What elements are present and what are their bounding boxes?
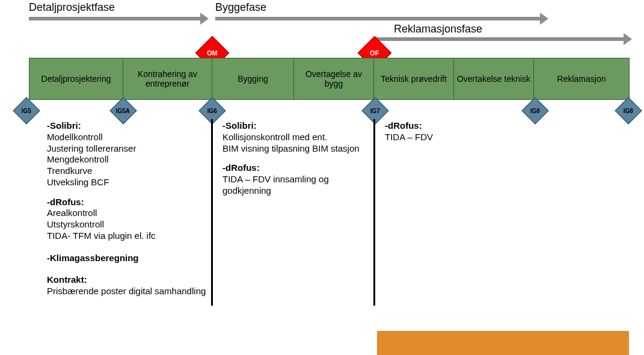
diagram-canvas: Detaljprosjektfase Byggefase Reklamasjon… [0, 0, 644, 355]
col1-h1: -Solibri: [47, 120, 206, 132]
col1-h4: Kontrakt: [47, 274, 206, 286]
arrow-reklamasjonsfase [374, 37, 624, 41]
col1-h3: -Klimagassberegning [47, 253, 206, 264]
label-detaljprosjektfase: Detaljprosjektfase [29, 1, 115, 14]
gate-ig5: IG5 [13, 97, 40, 124]
phase-kontrahering: Kontrahering av entreprenør [123, 58, 212, 99]
phase-overtagelse-bygg: Overtagelse av bygg [294, 58, 374, 99]
divider-2 [373, 119, 375, 306]
col2-text: -Solibri: Kollisjonskontroll med ent. BI… [222, 120, 364, 197]
col2-h2: -dRofus: [222, 162, 364, 174]
phase-bar: Detaljprosjektering Kontrahering av entr… [29, 58, 630, 100]
phase-teknisk-provedrift: Teknisk prøvedrift [374, 58, 454, 99]
label-reklamasjonsfase: Reklamasjonsfase [394, 23, 482, 36]
label-byggefase: Byggefase [215, 1, 266, 14]
col1-h2: -dRofus: [47, 197, 206, 208]
phase-reklamasjon: Reklamasjon [534, 58, 629, 99]
col2-h1: -Solibri: [222, 120, 364, 132]
gate-ig8a: IG8 [521, 97, 548, 124]
orange-bar [377, 331, 629, 355]
phase-bygging: Bygging [212, 58, 294, 99]
divider-1 [211, 119, 213, 306]
arrow-detaljprosjektfase [29, 17, 200, 20]
phase-overtakelse-teknisk: Overtakelse teknisk [454, 58, 534, 99]
col3-h1: -dRofus: [385, 120, 505, 132]
col3-text: -dRofus: TIDA – FDV [385, 120, 505, 143]
arrow-byggefase [215, 17, 540, 20]
col1-text: -Solibri: Modellkontroll Justering tolle… [47, 120, 206, 297]
phase-detaljprosjektering: Detaljprosjektering [29, 58, 123, 99]
gate-ig8b: IG8 [615, 97, 642, 124]
